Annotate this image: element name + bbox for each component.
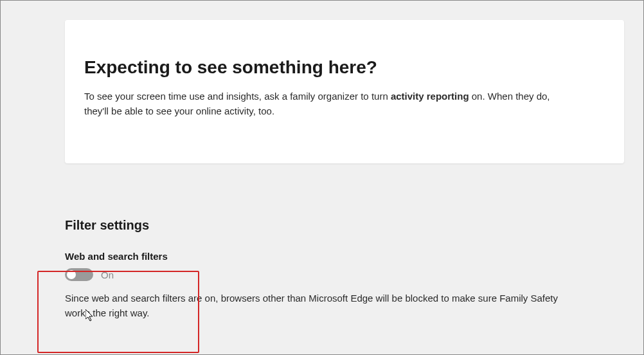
- card-description: To see your screen time use and insights…: [84, 89, 560, 118]
- filter-title: Web and search filters: [65, 251, 624, 262]
- card-title: Expecting to see something here?: [84, 57, 605, 78]
- filter-settings-section: Filter settings Web and search filters O…: [65, 218, 624, 320]
- web-search-filter-toggle[interactable]: [65, 268, 93, 281]
- web-search-filter-row: Web and search filters On Since web and …: [65, 251, 624, 320]
- toggle-knob: [67, 270, 76, 279]
- toggle-state-label: On: [101, 269, 114, 280]
- filter-description: Since web and search filters are on, bro…: [65, 291, 566, 320]
- toggle-row: On: [65, 268, 624, 281]
- section-heading: Filter settings: [65, 218, 624, 233]
- card-desc-before: To see your screen time use and insights…: [84, 91, 391, 102]
- info-card: Expecting to see something here? To see …: [65, 20, 624, 163]
- card-desc-bold: activity reporting: [391, 91, 469, 102]
